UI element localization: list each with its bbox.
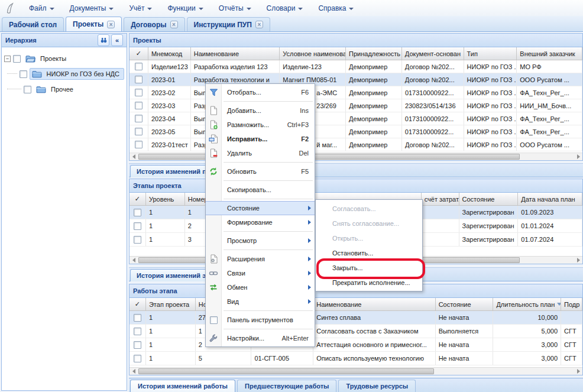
scroll-left-icon[interactable] (129, 368, 138, 375)
column-header-state[interactable]: Состояние (436, 298, 494, 310)
row-checkbox[interactable] (134, 236, 141, 244)
column-header-document[interactable]: Документ-основан (402, 47, 464, 60)
menu-item-toolbar[interactable]: Панель инструментов (206, 313, 315, 327)
column-header-plan-start[interactable]: Дата начала план (518, 193, 582, 205)
row-checkbox[interactable] (134, 341, 141, 349)
menu-item-filter[interactable]: Отобрать...F6 (206, 85, 315, 99)
column-header-subdivision[interactable]: Подр (561, 298, 582, 310)
column-header-duration[interactable]: Длительность план (493, 298, 561, 310)
tree-node-other[interactable]: Прочее (4, 82, 124, 97)
table-row[interactable]: 1 5 01-СГТ-005 Описать используемую техн… (129, 352, 582, 365)
scroll-right-icon[interactable] (574, 153, 582, 160)
search-icon[interactable] (98, 34, 109, 46)
tab-labor-resources[interactable]: Трудовые ресурсы (338, 380, 416, 392)
menu-item-copy[interactable]: Скопировать... (206, 183, 315, 197)
row-checkbox[interactable] (134, 328, 141, 335)
table-row[interactable]: 1 2 Аттестация основного и примесног... … (129, 338, 582, 352)
row-checkbox[interactable] (134, 209, 141, 216)
scroll-right-icon[interactable] (574, 257, 582, 264)
menu-item-edit[interactable]: Исправить...F2 (206, 132, 315, 146)
close-icon[interactable]: × (255, 21, 263, 28)
table-row[interactable]: 2023-04 Вып Демопример 017310000922... Н… (129, 112, 582, 125)
row-checkbox[interactable] (135, 89, 142, 96)
menu-file[interactable]: Файл (21, 0, 62, 16)
column-header-level[interactable]: Уровень (146, 193, 185, 205)
menu-item-state[interactable]: Состояние (206, 201, 315, 215)
scroll-left-icon[interactable] (129, 153, 138, 160)
menu-item-formation[interactable]: Формирование (206, 215, 315, 229)
scroll-right-icon[interactable] (574, 368, 582, 375)
column-header-codename[interactable]: Условное наименова (280, 47, 346, 60)
tree-node-projects[interactable]: − Проекты (4, 51, 124, 66)
column-header-type[interactable]: Тип (464, 47, 517, 60)
tab-projects[interactable]: Проекты× (66, 17, 122, 31)
tab-project-history[interactable]: История изменений п (130, 165, 208, 177)
column-header-customer[interactable]: Внешний заказчик (517, 47, 582, 60)
menu-item-view-mode[interactable]: Просмотр (206, 234, 315, 248)
select-all-column-header[interactable]: ✓ (129, 193, 146, 205)
column-header-state[interactable]: Состояние (459, 193, 519, 205)
menu-separator (206, 229, 315, 234)
tab-preceding-works[interactable]: Предшествующие работы (237, 380, 336, 392)
column-header-name[interactable]: Наименование (313, 298, 435, 310)
table-row[interactable]: 2023-02 Вып а-ЭМС Демопример 01731000092… (129, 86, 582, 99)
column-header-name[interactable]: Наименование (191, 47, 280, 60)
tree-checkbox[interactable] (20, 70, 27, 78)
select-all-column-header[interactable]: ✓ (129, 298, 146, 310)
menu-reports[interactable]: Отчёты (211, 0, 259, 16)
menu-item-links[interactable]: Связи (206, 266, 315, 280)
close-icon[interactable]: × (107, 21, 115, 28)
menu-item-view[interactable]: Вид (206, 294, 315, 309)
scrollbar-thumb[interactable] (138, 154, 520, 160)
cell: Договор №202... (402, 138, 464, 151)
tab-work-history[interactable]: История изменений работы (130, 380, 235, 392)
menu-dictionaries[interactable]: Словари (259, 0, 311, 16)
menu-item-delete[interactable]: УдалитьDel (206, 146, 315, 160)
row-checkbox[interactable] (135, 63, 142, 70)
row-checkbox[interactable] (135, 102, 142, 109)
column-header-mnemocode[interactable]: Мнемокод (148, 47, 191, 60)
row-checkbox[interactable] (134, 314, 141, 322)
menu-functions[interactable]: Функции (160, 0, 210, 16)
row-checkbox[interactable] (135, 115, 142, 122)
horizontal-scrollbar[interactable] (129, 367, 582, 375)
tree-node-niokr[interactable]: НИОКР по ГОЗ без НДС (4, 66, 124, 82)
horizontal-scrollbar[interactable] (129, 153, 582, 160)
tree-checkbox[interactable] (24, 86, 31, 93)
select-all-column-header[interactable]: ✓ (129, 47, 148, 60)
table-row-selected[interactable]: 2023-01 Разработка технологии и Магнит П… (129, 73, 582, 86)
row-checkbox[interactable] (135, 128, 142, 135)
collapse-panel-icon[interactable]: « (111, 34, 123, 46)
close-icon[interactable]: × (170, 21, 178, 28)
row-checkbox[interactable] (135, 141, 142, 148)
row-checkbox[interactable] (135, 76, 142, 83)
menu-item-extensions[interactable]: Расширения (206, 252, 315, 266)
row-checkbox[interactable] (134, 355, 141, 362)
scrollbar-thumb[interactable] (138, 368, 434, 374)
tab-instructions[interactable]: Инструкции ПУП× (187, 17, 270, 31)
column-header-project-stage[interactable]: Этап проекта (146, 298, 196, 310)
table-row-selected[interactable]: 1 27 Синтез сплава Не начата 10,000 (129, 311, 582, 325)
menu-item-exchange[interactable]: Обмен (206, 280, 315, 294)
tree-checkbox[interactable] (13, 55, 21, 63)
table-row[interactable]: 2023-05 Вып Демопример 017310000922... Н… (129, 125, 582, 138)
column-header-cost-account[interactable]: счёт затрат. (422, 193, 459, 205)
table-row[interactable]: Изделие123 Разработка изделия 123 Издели… (129, 60, 582, 73)
table-row[interactable]: 2023-01тест Разр й маг... Демопример Дог… (129, 138, 582, 151)
column-header-belonging[interactable]: Принадлежность (346, 47, 402, 60)
row-checkbox[interactable] (134, 222, 141, 230)
menu-item-settings[interactable]: Настройки...Alt+Enter (206, 331, 315, 345)
table-row[interactable]: 2023-03 Разр 23/269 Демопример 230823/05… (129, 99, 582, 112)
tab-desktop[interactable]: Рабочий стол (2, 17, 64, 31)
tab-contracts[interactable]: Договоры× (124, 17, 184, 31)
menu-help[interactable]: Справка (310, 0, 361, 16)
scroll-left-icon[interactable] (129, 257, 138, 264)
menu-item-refresh[interactable]: ОбновитьF5 (206, 164, 315, 179)
menu-item-duplicate[interactable]: Размножить...Ctrl+F3 (206, 118, 315, 132)
collapse-node-icon[interactable]: − (4, 56, 11, 62)
table-row[interactable]: 1 1 Согласовать состав с Заказчиком Выпо… (129, 325, 582, 338)
menu-accounting[interactable]: Учёт (121, 0, 160, 16)
menu-documents[interactable]: Документы (62, 0, 122, 16)
tab-stage-history[interactable]: История изменений э (130, 269, 208, 281)
menu-item-add[interactable]: Добавить...Ins (206, 103, 315, 118)
